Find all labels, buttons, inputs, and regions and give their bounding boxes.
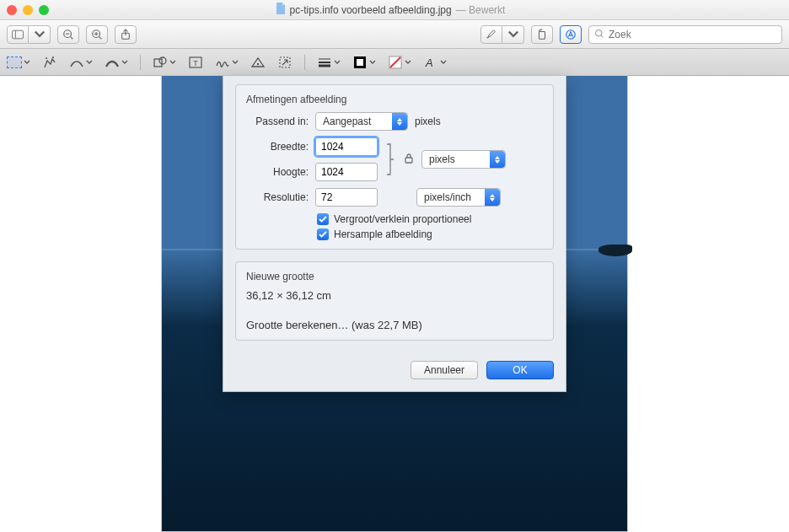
svg-text:A: A [425,56,433,69]
ok-button[interactable]: OK [486,361,554,379]
markup-toolbar: T A [0,49,789,76]
svg-point-17 [159,57,166,64]
width-input[interactable] [315,137,378,156]
svg-text:T: T [193,59,198,67]
checkmark-icon [317,213,329,225]
line-weight-tool[interactable] [317,55,341,70]
adjust-color-tool[interactable] [250,55,266,70]
dimension-unit-select[interactable]: pixels [421,150,506,169]
resize-dialog: Afmetingen afbeelding Passend in: Aangep… [223,76,566,392]
svg-point-20 [257,62,259,64]
sketch-tool[interactable] [69,55,93,70]
resolution-label: Resolutie: [246,191,309,203]
result-title: Nieuwe grootte [246,271,543,282]
search-field[interactable] [588,25,782,44]
markup-toolbar-button[interactable] [560,25,582,44]
resolution-input[interactable] [315,188,378,207]
svg-line-13 [601,35,603,37]
close-window-button[interactable] [7,5,17,15]
rectangle-select-tool[interactable] [7,56,30,68]
highlight-dropdown-button[interactable] [502,25,524,44]
instant-alpha-tool[interactable] [42,55,57,70]
fit-unit-label: pixels [415,116,441,127]
lock-icon[interactable] [403,153,415,167]
svg-line-6 [99,36,102,39]
text-tool[interactable]: T [188,55,203,70]
sidebar-toggle-button[interactable] [7,25,29,44]
fill-color-tool[interactable] [388,55,411,70]
dialog-section-title: Afmetingen afbeelding [246,94,543,105]
rotate-button[interactable] [531,25,553,44]
share-button[interactable] [115,25,137,44]
shapes-tool[interactable] [153,55,176,70]
draw-tool[interactable] [105,55,128,70]
svg-rect-30 [405,158,412,163]
height-input[interactable] [315,163,378,181]
height-label: Hoogte: [246,166,309,178]
width-label: Breedte: [246,141,309,153]
window-controls [7,5,49,15]
titlebar: pc-tips.info voorbeeld afbeelding.jpg — … [0,0,789,20]
zoom-out-button[interactable] [57,25,79,44]
checkmark-icon [317,228,329,240]
svg-point-15 [52,56,54,58]
fit-label: Passend in: [246,116,309,127]
adjust-size-tool[interactable] [277,55,293,70]
main-toolbar [0,20,789,49]
link-bracket-icon [384,142,396,176]
document-canvas: Afmetingen afbeelding Passend in: Aangep… [0,76,789,532]
minimize-window-button[interactable] [23,5,33,15]
search-icon [594,27,604,42]
sign-tool[interactable] [215,55,239,70]
fit-select[interactable]: Aangepast [315,112,408,131]
maximize-window-button[interactable] [39,5,49,15]
window-title: pc-tips.info voorbeeld afbeelding.jpg [290,4,452,16]
image-content[interactable]: Afmetingen afbeelding Passend in: Aangep… [162,76,627,531]
svg-line-3 [71,36,73,39]
highlight-button[interactable] [480,25,502,44]
window-status: — Bewerkt [456,4,506,16]
zoom-in-button[interactable] [86,25,108,44]
resolution-unit-select[interactable]: pixels/inch [416,188,501,207]
svg-rect-10 [539,31,545,39]
resample-checkbox[interactable]: Hersample afbeelding [317,228,543,240]
document-icon [276,3,286,17]
text-style-tool[interactable]: A [423,55,447,70]
cancel-button[interactable]: Annuleer [411,361,478,379]
result-size: Grootte berekenen… (was 22,7 MB) [246,319,543,331]
svg-point-14 [46,57,47,59]
search-input[interactable] [609,29,776,40]
svg-rect-0 [12,30,23,39]
svg-point-12 [596,30,603,36]
sidebar-dropdown-button[interactable] [29,25,51,44]
scale-proportional-checkbox[interactable]: Vergroot/verklein proportioneel [317,213,543,225]
result-dimensions: 36,12 × 36,12 cm [246,289,543,302]
border-color-tool[interactable] [352,55,376,70]
svg-rect-26 [357,59,363,66]
